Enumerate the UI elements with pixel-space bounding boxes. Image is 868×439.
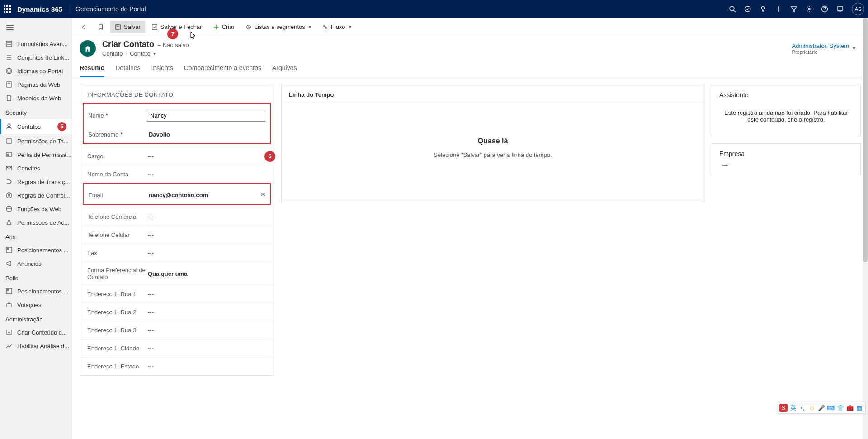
annotation-badge-7: 7 bbox=[167, 28, 178, 39]
user-avatar[interactable]: AS bbox=[852, 3, 864, 15]
save-button[interactable]: Salvar bbox=[110, 21, 145, 33]
pref-value[interactable]: Qualquer uma bbox=[146, 270, 266, 277]
flow-button[interactable]: Fluxo▾ bbox=[317, 21, 356, 33]
addr-value[interactable]: --- bbox=[146, 345, 266, 352]
lastname-value[interactable]: Davolio bbox=[147, 131, 265, 138]
timeline-title: Quase lá bbox=[478, 137, 508, 145]
top-bar: Dynamics 365 Gerenciamento do Portal AS bbox=[0, 0, 868, 18]
breadcrumb[interactable]: Contato·Contato▾ bbox=[102, 50, 786, 57]
nav-item[interactable]: Perfis de Permissã... bbox=[0, 148, 72, 161]
nav-item[interactable]: Permissões de Ac... bbox=[0, 216, 72, 229]
back-button[interactable] bbox=[76, 21, 91, 33]
task-icon[interactable] bbox=[744, 5, 751, 13]
scrollbar-thumb[interactable] bbox=[863, 18, 868, 262]
account-value[interactable]: --- bbox=[146, 171, 266, 178]
mail-icon[interactable]: ✉ bbox=[261, 192, 265, 198]
vote-icon bbox=[5, 301, 13, 308]
filter-icon[interactable] bbox=[790, 5, 797, 13]
nav-item[interactable]: Votações bbox=[0, 298, 72, 312]
tab-resumo[interactable]: Resumo bbox=[80, 61, 104, 77]
nav-item[interactable]: Permissões de Ta... bbox=[0, 134, 72, 148]
analytics-icon bbox=[5, 342, 13, 349]
company-card: Empresa --- bbox=[712, 143, 861, 175]
lists-button[interactable]: Listas e segmentos▾ bbox=[241, 21, 316, 33]
svg-rect-38 bbox=[117, 24, 119, 26]
ime-punct-icon[interactable]: •, bbox=[798, 404, 807, 412]
nav-item[interactable]: Modelos da Web bbox=[0, 91, 72, 105]
cursor-icon bbox=[190, 31, 197, 41]
settings-icon[interactable] bbox=[806, 5, 813, 13]
tab-insights[interactable]: Insights bbox=[151, 61, 173, 77]
nav-collapse-button[interactable] bbox=[0, 18, 72, 37]
svg-rect-17 bbox=[7, 82, 11, 87]
nav-item[interactable]: Conjuntos de Link... bbox=[0, 51, 72, 64]
ime-lang[interactable]: 英 bbox=[789, 404, 797, 412]
addr-value[interactable]: --- bbox=[146, 327, 266, 334]
email-value[interactable]: nancy@contoso.com bbox=[147, 192, 261, 198]
mphone-value[interactable]: --- bbox=[146, 231, 266, 238]
lightbulb-icon[interactable] bbox=[760, 5, 767, 13]
main-area: Salvar Salvar e Fechar Criar Listas e se… bbox=[72, 18, 868, 439]
svg-point-24 bbox=[6, 193, 12, 198]
rules-icon bbox=[5, 192, 13, 199]
nav-item[interactable]: Posicionamentos ... bbox=[0, 243, 72, 257]
nav-item[interactable]: Idiomas do Portal bbox=[0, 64, 72, 78]
nav-item[interactable]: Formulários Avan... bbox=[0, 37, 72, 51]
nav-item[interactable]: Funções da Web bbox=[0, 202, 72, 216]
create-button[interactable]: Criar bbox=[208, 21, 239, 33]
svg-point-22 bbox=[8, 154, 9, 156]
nav-item[interactable]: Convites bbox=[0, 161, 72, 175]
ime-skin-icon[interactable]: 👕 bbox=[836, 404, 844, 412]
app-area[interactable]: Gerenciamento do Portal bbox=[75, 5, 146, 13]
tab-eventos[interactable]: Comparecimento a eventos bbox=[184, 61, 261, 77]
search-icon[interactable] bbox=[729, 5, 736, 13]
links-icon bbox=[5, 54, 13, 61]
ime-mic-icon[interactable]: 🎤 bbox=[817, 404, 826, 412]
tab-detalhes[interactable]: Detalhes bbox=[115, 61, 140, 77]
company-value[interactable]: --- bbox=[712, 160, 860, 175]
plus-icon[interactable] bbox=[775, 5, 782, 13]
transition-icon bbox=[5, 178, 13, 185]
ime-grid-icon[interactable]: ▦ bbox=[855, 404, 863, 412]
bookmark-button[interactable] bbox=[93, 21, 108, 33]
app-launcher-icon[interactable] bbox=[4, 5, 11, 13]
name-input[interactable] bbox=[147, 109, 265, 122]
ime-emoji-icon[interactable]: ☺ bbox=[808, 404, 816, 412]
ime-tool-icon[interactable]: 🧰 bbox=[846, 404, 854, 412]
assistant-icon[interactable] bbox=[836, 5, 844, 13]
ime-keyboard-icon[interactable]: ⌨ bbox=[827, 404, 835, 412]
svg-rect-30 bbox=[7, 248, 9, 250]
nav-item[interactable]: Anúncios bbox=[0, 257, 72, 270]
nav-item[interactable]: Criar Conteúdo d... bbox=[0, 326, 72, 339]
timeline-subtitle: Selecione "Salvar" para ver a linha do t… bbox=[434, 151, 552, 158]
ime-icon[interactable]: S bbox=[779, 404, 788, 412]
field-label: Nome* bbox=[88, 112, 147, 119]
nav-item[interactable]: Posicionamentos ... bbox=[0, 284, 72, 298]
cargo-value[interactable]: --- bbox=[146, 153, 266, 160]
svg-rect-39 bbox=[152, 24, 157, 29]
owner-field[interactable]: Administrator, System Proprietário ▾ bbox=[792, 42, 861, 55]
nav-item[interactable]: Habilitar Análise d... bbox=[0, 339, 72, 353]
addr-value[interactable]: --- bbox=[146, 363, 266, 370]
annotation-badge-6: 6 bbox=[264, 151, 275, 162]
nav-item[interactable]: Regras de Control... bbox=[0, 189, 72, 202]
timeline-header: Linha do Tempo bbox=[282, 85, 704, 102]
web-role-icon bbox=[5, 205, 13, 212]
field-label: Email bbox=[88, 192, 147, 198]
bphone-value[interactable]: --- bbox=[146, 213, 266, 220]
fax-value[interactable]: --- bbox=[146, 250, 266, 256]
addr-value[interactable]: --- bbox=[146, 291, 266, 297]
addr-value[interactable]: --- bbox=[146, 309, 266, 316]
tab-arquivos[interactable]: Arquivos bbox=[272, 61, 297, 77]
annotation-badge-5: 5 bbox=[57, 122, 66, 131]
help-icon[interactable] bbox=[821, 5, 828, 13]
assistant-header: Assistente bbox=[712, 85, 860, 101]
scrollbar-track[interactable] bbox=[863, 18, 868, 439]
ime-toolbar[interactable]: S 英 •, ☺ 🎤 ⌨ 👕 🧰 ▦ bbox=[778, 402, 865, 414]
field-label: Endereço 1: Cidade bbox=[87, 345, 146, 352]
nav-item[interactable]: Páginas da Web bbox=[0, 78, 72, 91]
nav-item-contatos[interactable]: Contatos5 bbox=[0, 119, 72, 134]
nav-item[interactable]: Regras de Transiç... bbox=[0, 175, 72, 189]
svg-point-5 bbox=[808, 8, 810, 10]
form-icon bbox=[5, 40, 13, 47]
